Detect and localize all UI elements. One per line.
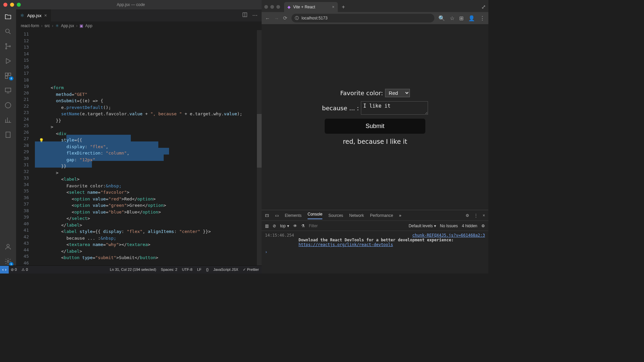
tab-sources[interactable]: Sources — [328, 213, 343, 218]
search-icon[interactable] — [4, 27, 12, 36]
clear-console-icon[interactable]: ⊘ — [273, 224, 276, 228]
mac-traffic-lights[interactable] — [3, 3, 21, 7]
breadcrumb-item[interactable]: src — [45, 23, 50, 28]
svg-point-10 — [7, 244, 9, 247]
site-info-icon[interactable]: ⓘ — [295, 15, 299, 21]
status-lang[interactable]: JavaScript JSX — [213, 267, 238, 272]
tab-network[interactable]: Network — [349, 213, 364, 218]
tab-performance[interactable]: Performance — [370, 213, 393, 218]
more-tabs-icon[interactable]: » — [399, 213, 401, 218]
log-levels-selector[interactable]: Default levels ▾ — [409, 224, 436, 228]
issues-count[interactable]: No Issues — [440, 224, 458, 228]
svg-point-8 — [5, 103, 11, 108]
tab-app-jsx[interactable]: ⚛ App.jsx × — [16, 9, 51, 21]
status-bar: ⊘ 0 ⚠ 0 Ln 31, Col 22 (194 selected) Spa… — [0, 265, 262, 274]
status-cursor[interactable]: Ln 31, Col 22 (194 selected) — [110, 267, 156, 272]
filter-icon: ⚗ — [301, 224, 305, 228]
extensions-icon[interactable]: 4 — [4, 72, 12, 80]
tab-console[interactable]: Console — [308, 212, 322, 219]
forward-button[interactable]: → — [274, 15, 279, 21]
testing-icon[interactable] — [4, 101, 12, 109]
svg-rect-5 — [8, 73, 11, 75]
hidden-count[interactable]: 4 hidden — [462, 224, 477, 228]
vscode-window: App.jsx — code 4 1 ⚛ App.jsx × — [0, 0, 262, 274]
run-debug-icon[interactable] — [4, 57, 12, 65]
expand-icon[interactable]: ⤢ — [481, 4, 486, 10]
context-selector[interactable]: top ▾ — [280, 224, 289, 228]
devtools-close-icon[interactable]: × — [483, 213, 485, 218]
zoom-icon[interactable]: 🔍 — [438, 15, 445, 21]
devtools-panel: ⮹ ▭ Elements Console Sources Network Per… — [262, 210, 488, 274]
account-icon[interactable] — [4, 243, 12, 251]
favorite-color-label: Favorite color: — [340, 89, 383, 97]
activity-bar: 4 1 — [0, 9, 16, 265]
status-errors[interactable]: ⊘ 0 — [11, 267, 17, 272]
log-message: Download the React DevTools for a better… — [299, 238, 485, 242]
status-prettier[interactable]: ✓ Prettier — [243, 267, 259, 272]
bookmark-star-icon[interactable]: ☆ — [450, 15, 454, 21]
profile-icon[interactable]: 👤 — [468, 15, 475, 21]
breadcrumb-item[interactable]: App.jsx — [61, 23, 74, 28]
address-bar[interactable]: ⓘ localhost:5173 — [291, 14, 434, 22]
status-warnings[interactable]: ⚠ 0 — [21, 267, 28, 272]
chart-icon[interactable] — [4, 116, 12, 124]
browser-tabstrip: ◆ Vite + React × + ⤢ — [262, 0, 488, 12]
log-source-link[interactable]: chunk-REFQX4J5.js?v=661468a2:3 — [412, 233, 485, 238]
reload-button[interactable]: ⟳ — [283, 15, 287, 21]
svg-point-11 — [7, 260, 9, 262]
favicon-icon: ◆ — [287, 5, 290, 9]
minimize-window-icon[interactable] — [10, 3, 14, 7]
page-viewport: Favorite color: Red because ... : I like… — [262, 24, 488, 210]
split-editor-icon[interactable] — [242, 12, 248, 19]
lightbulb-icon[interactable]: 💡 — [39, 137, 44, 144]
settings-gear-icon[interactable]: 1 — [4, 257, 12, 265]
status-eol[interactable]: LF — [197, 267, 202, 272]
url-text: localhost:5173 — [302, 16, 327, 20]
close-tab-icon[interactable]: × — [44, 13, 47, 18]
menu-icon[interactable]: ⋮ — [480, 15, 485, 21]
tab-elements[interactable]: Elements — [285, 213, 302, 218]
code-content[interactable]: <form method="GET" onSubmit={(e) => { e.… — [35, 30, 262, 265]
new-tab-button[interactable]: + — [339, 4, 347, 10]
console-output[interactable]: 14:15:46.254 chunk-REFQX4J5.js?v=661468a… — [262, 231, 488, 274]
why-textarea[interactable]: I like it — [361, 101, 428, 115]
maximize-window-icon[interactable] — [17, 3, 21, 7]
browser-window: ◆ Vite + React × + ⤢ ← → ⟳ ⓘ localhost:5… — [262, 0, 488, 274]
console-sidebar-icon[interactable]: ▥ — [265, 224, 269, 228]
more-actions-icon[interactable]: ⋯ — [252, 12, 258, 19]
submit-button[interactable]: Submit — [325, 119, 425, 134]
close-window-icon[interactable] — [3, 3, 7, 7]
settings-badge: 1 — [9, 262, 13, 265]
device-toolbar-icon[interactable]: ▭ — [275, 213, 279, 218]
back-button[interactable]: ← — [265, 15, 270, 21]
status-spaces[interactable]: Spaces: 2 — [161, 267, 177, 272]
log-timestamp: 14:15:46.254 — [265, 233, 294, 238]
live-expression-icon[interactable]: 👁 — [293, 224, 297, 228]
code-editor[interactable]: 💡 11121314151617181920212223242526272829… — [16, 30, 262, 265]
bookmark-icon[interactable] — [4, 131, 12, 139]
remote-indicator[interactable] — [0, 266, 9, 274]
log-link[interactable]: https://reactjs.org/link/react-devtools — [299, 242, 485, 247]
devtools-settings-icon[interactable]: ⚙ — [466, 213, 469, 218]
tab-actions: ⋯ — [242, 12, 262, 19]
devtools-menu-icon[interactable]: ⋮ — [474, 213, 478, 218]
breadcrumb-item[interactable]: react-form — [21, 23, 39, 28]
status-encoding[interactable]: UTF-8 — [182, 267, 193, 272]
breadcrumb[interactable]: react-form› src› ⚛App.jsx› ▣App — [16, 21, 262, 30]
filter-input[interactable] — [309, 224, 359, 228]
remote-explorer-icon[interactable] — [4, 86, 12, 95]
minimap[interactable] — [257, 30, 262, 265]
favorite-color-select[interactable]: Red — [385, 89, 410, 97]
explorer-icon[interactable] — [4, 13, 12, 21]
console-prompt[interactable]: › — [265, 250, 485, 254]
source-control-icon[interactable] — [4, 42, 12, 50]
breadcrumb-item[interactable]: App — [85, 23, 92, 28]
tab-title: Vite + React — [293, 5, 315, 9]
close-tab-icon[interactable]: × — [332, 5, 334, 9]
browser-tab[interactable]: ◆ Vite + React × — [284, 2, 338, 12]
inspect-element-icon[interactable]: ⮹ — [265, 213, 269, 218]
console-settings-icon[interactable]: ⚙ — [481, 224, 485, 228]
mac-traffic-lights[interactable] — [264, 5, 280, 9]
extensions-icon[interactable]: ⊞ — [459, 15, 464, 21]
status-braces-icon[interactable]: {} — [206, 267, 209, 272]
